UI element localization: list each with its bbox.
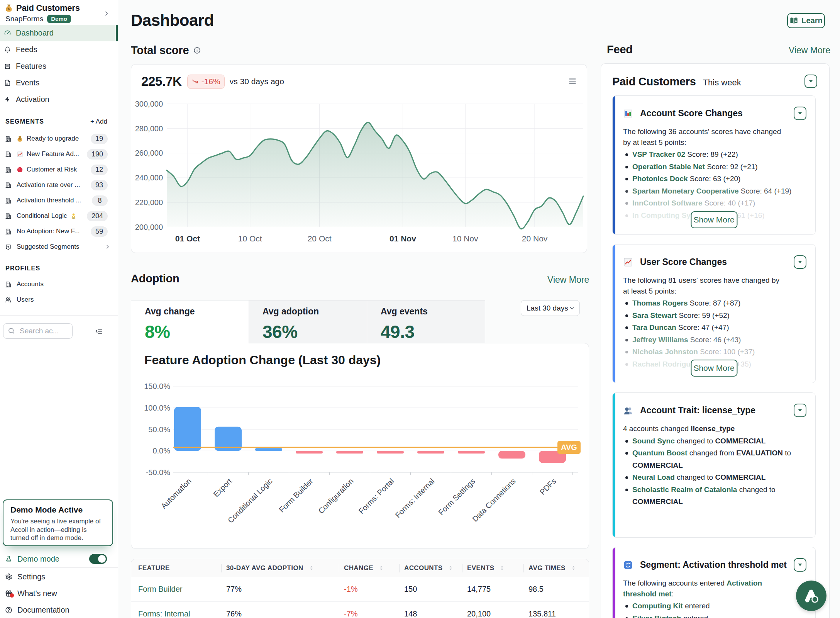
learn-label: Learn [801, 16, 822, 25]
feed-item-body: The following 81 users' scores have chan… [623, 275, 797, 370]
sort-icon [378, 565, 384, 571]
cell-accounts: 150 [399, 585, 462, 594]
demo-mode-label: Demo mode [17, 555, 84, 564]
sidebar-footer: Settings What's new Documentation [0, 567, 118, 618]
cell-accounts: 148 [399, 610, 462, 618]
segment-item[interactable]: $Ready to upgrade 19 [0, 131, 118, 146]
nav-item-feeds[interactable]: Feeds [0, 41, 118, 58]
chevron-right-icon [105, 244, 111, 250]
profile-label: Users [17, 296, 34, 304]
tab-avg-change[interactable]: Avg change 8% [131, 300, 249, 343]
chat-launcher[interactable] [796, 581, 826, 611]
svg-text:$: $ [19, 138, 21, 141]
segment-item[interactable]: Activation rate over ... 93 [0, 177, 118, 193]
segments-section-header: SEGMENTS + Add [0, 118, 118, 126]
red-circle-icon [17, 166, 23, 173]
building-icon [5, 197, 12, 204]
col-avg-times[interactable]: AVG TIMES [523, 564, 589, 572]
building-icon [5, 136, 12, 142]
cell-avg-times: 135.811 [523, 610, 589, 618]
nav-label: Features [16, 62, 46, 71]
total-score-chart: 200,000220,000240,000260,000280,000300,0… [131, 65, 587, 253]
feed-item-collapse-button[interactable] [794, 404, 806, 417]
workspace-subtitle: SnapForms [5, 15, 43, 23]
nav-label: Activation [16, 95, 49, 104]
notification-dot [10, 593, 14, 598]
feed-item: Account Score Changes The following 36 a… [612, 95, 816, 235]
help-icon [5, 606, 12, 614]
adoption-heading: Adoption [131, 272, 180, 285]
segment-item[interactable]: Customer at Risk 12 [0, 162, 118, 177]
segment-count: 12 [91, 165, 108, 175]
period-select[interactable]: Last 30 days [521, 300, 580, 316]
feed-item-title: Account Score Changes [640, 108, 787, 119]
feed-group-collapse-button[interactable] [804, 75, 817, 88]
nav-item-events[interactable]: Events [0, 75, 118, 91]
svg-text:Configuration: Configuration [317, 477, 355, 515]
svg-text:Form Builder: Form Builder [277, 477, 315, 514]
segment-item[interactable]: Conditional Logic 204 [0, 208, 118, 224]
cell-adoption: 77% [221, 585, 339, 594]
segment-item[interactable]: New Feature Ad... 190 [0, 146, 118, 162]
col-adoption[interactable]: 30-DAY AVG ADOPTION [221, 564, 339, 572]
segment-item[interactable]: Activation threshold ... 8 [0, 193, 118, 208]
feed-bullet: Photonics Dock Score: 63 (+20) [623, 173, 797, 185]
gauge-icon [4, 30, 11, 36]
show-more-button[interactable]: Show More [691, 211, 737, 228]
feed-bullet: Sara Stewart Score: 59 (+52) [623, 309, 797, 322]
segment-item-suggested[interactable]: Suggested Segments [0, 239, 118, 255]
learn-button[interactable]: Learn [787, 13, 825, 28]
feed-view-more[interactable]: View More [789, 45, 830, 56]
feed-item-collapse-button[interactable] [794, 107, 806, 120]
cell-change: -1% [339, 585, 399, 594]
emoji-cycle-icon [623, 560, 633, 570]
bell-icon [4, 46, 11, 53]
nav-item-dashboard[interactable]: Dashboard [0, 25, 118, 41]
profiles-list: Accounts Users [0, 277, 118, 307]
filter-icon[interactable] [95, 327, 103, 335]
feature-link[interactable]: Forms: Internal [131, 610, 221, 618]
col-change[interactable]: CHANGE [339, 564, 399, 572]
svg-text:-50.0%: -50.0% [146, 468, 171, 477]
footer-label: Documentation [17, 606, 69, 615]
feature-link[interactable]: Form Builder [131, 585, 221, 594]
svg-text:100.0%: 100.0% [144, 404, 170, 412]
nav-item-activation[interactable]: Activation [0, 91, 118, 108]
col-accounts[interactable]: ACCOUNTS [399, 564, 462, 572]
building-icon [5, 182, 12, 188]
tab-value: 8% [145, 321, 249, 342]
feed-item-bullets: Sound Sync changed to COMMERCIALQuantum … [623, 435, 797, 508]
profiles-item-accounts[interactable]: Accounts [0, 277, 118, 292]
flask-icon [5, 555, 12, 563]
col-feature[interactable]: FEATURE [131, 564, 221, 572]
profile-label: Accounts [17, 280, 44, 288]
page-title: Dashboard [131, 11, 214, 30]
adoption-view-more[interactable]: View More [547, 275, 589, 285]
footer-item-settings[interactable]: Settings [0, 569, 118, 585]
workspace-switcher[interactable]: $ Paid Customers SnapForms Demo [0, 0, 118, 23]
profiles-item-users[interactable]: Users [0, 292, 118, 307]
svg-text:220,000: 220,000 [135, 198, 163, 207]
sort-icon [308, 565, 314, 571]
info-icon[interactable] [193, 47, 201, 54]
sort-icon [448, 565, 454, 571]
add-segment-button[interactable]: + Add [90, 118, 107, 126]
segment-label: Activation rate over ... [17, 181, 80, 189]
tab-avg-adoption[interactable]: Avg adoption 36% [249, 300, 367, 343]
demo-mode-toggle[interactable] [89, 554, 107, 564]
feed-bullet: Operation Stable Net Score: 92 (+21) [623, 161, 797, 173]
tab-avg-events[interactable]: Avg events 49.3 [367, 300, 485, 343]
feed-group-period: This week [703, 78, 741, 88]
demo-badge: Demo [47, 15, 71, 23]
adoption-chart-card: Feature Adoption Change (Last 30 days) -… [131, 343, 589, 549]
feed-item-collapse-button[interactable] [794, 558, 806, 572]
segment-label: Suggested Segments [17, 243, 80, 251]
nav-item-features[interactable]: Features [0, 58, 118, 75]
show-more-button[interactable]: Show More [691, 360, 737, 377]
col-events[interactable]: EVENTS [462, 564, 523, 572]
segment-item[interactable]: No Adoption: New F... 59 [0, 224, 118, 239]
feed-item-collapse-button[interactable] [794, 255, 806, 269]
footer-item-whats-new[interactable]: What's new [0, 585, 118, 602]
footer-item-documentation[interactable]: Documentation [0, 602, 118, 618]
feed-bullet: Neural Load changed to COMMERCIAL [623, 471, 797, 484]
